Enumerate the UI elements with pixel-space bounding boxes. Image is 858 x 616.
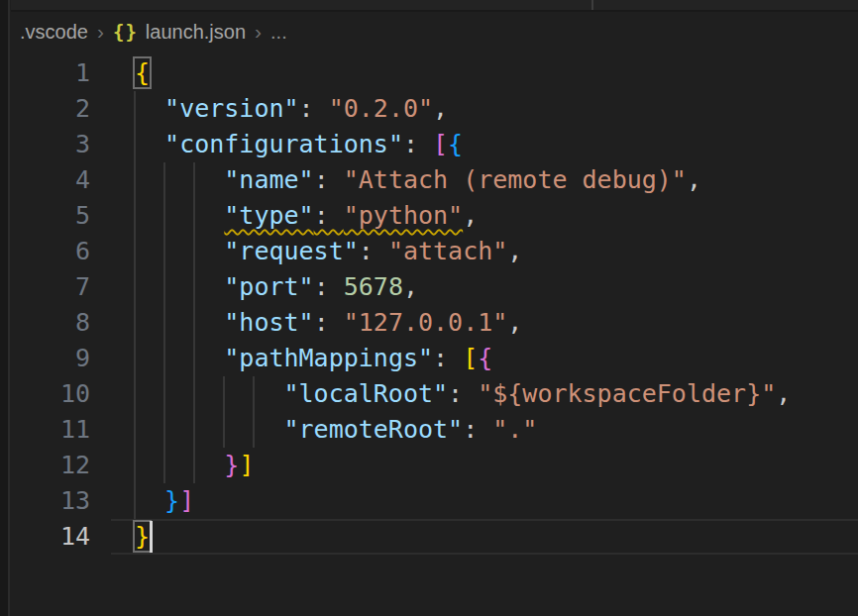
- indent-guide: [134, 376, 136, 412]
- tab-partial-active[interactable]: [11, 0, 593, 10]
- indent-guide: [163, 234, 165, 269]
- indent-guide: [193, 412, 195, 448]
- code-token: "localRoot": [284, 379, 449, 408]
- code-line[interactable]: 3 "configurations": [{: [11, 127, 858, 162]
- code-line-content[interactable]: "host": "127.0.0.1",: [111, 305, 858, 341]
- code-line-content[interactable]: "remoteRoot": ".": [111, 412, 858, 448]
- line-number[interactable]: 2: [11, 91, 111, 127]
- code-line-content[interactable]: "request": "attach",: [111, 234, 858, 269]
- line-number[interactable]: 6: [11, 234, 111, 269]
- line-number[interactable]: 13: [11, 483, 111, 519]
- code-line[interactable]: 13 }]: [11, 483, 858, 519]
- line-number[interactable]: 1: [11, 55, 111, 91]
- window-left-edge: [0, 0, 10, 616]
- code-line[interactable]: 4 "name": "Attach (remote debug)",: [11, 162, 858, 198]
- breadcrumb-item-symbol[interactable]: ...: [270, 21, 287, 44]
- indent-guide: [134, 91, 136, 127]
- code-line-content[interactable]: }: [111, 519, 858, 555]
- breadcrumb-item-folder[interactable]: .vscode: [20, 21, 88, 44]
- code-line-content[interactable]: "localRoot": "${workspaceFolder}",: [111, 376, 858, 412]
- indent-guide: [253, 412, 255, 448]
- indent-guide: [134, 234, 136, 269]
- code-line-content[interactable]: "pathMappings": [{: [111, 341, 858, 376]
- code-token: :: [314, 165, 344, 194]
- code-editor[interactable]: 1{2 "version": "0.2.0",3 "configurations…: [11, 51, 858, 555]
- code-line[interactable]: 12 }]: [11, 448, 858, 483]
- line-number[interactable]: 5: [11, 198, 111, 234]
- indent-guide: [163, 269, 165, 305]
- code-token: "0.2.0": [329, 94, 433, 123]
- code-line-content[interactable]: {: [111, 55, 858, 91]
- code-token: :: [433, 344, 463, 372]
- code-token: }: [135, 522, 150, 551]
- code-token: }: [164, 486, 179, 515]
- code-line[interactable]: 6 "request": "attach",: [11, 234, 858, 269]
- line-number[interactable]: 8: [11, 305, 111, 341]
- code-line-content[interactable]: }]: [111, 483, 858, 519]
- line-number[interactable]: 9: [11, 341, 111, 376]
- line-number[interactable]: 4: [11, 162, 111, 198]
- code-line[interactable]: 8 "host": "127.0.0.1",: [11, 305, 858, 341]
- indent-guide: [193, 234, 195, 269]
- code-line-content[interactable]: "port": 5678,: [111, 269, 858, 305]
- code-line-content[interactable]: "configurations": [{: [111, 127, 858, 162]
- line-number[interactable]: 7: [11, 269, 111, 305]
- code-line[interactable]: 11 "remoteRoot": ".": [11, 412, 858, 448]
- code-token: {: [448, 130, 463, 158]
- code-token: :: [448, 379, 478, 408]
- code-token: ,: [776, 379, 791, 408]
- line-number[interactable]: 3: [11, 127, 111, 162]
- code-token: :: [403, 130, 433, 158]
- code-token: ]: [239, 451, 254, 479]
- indent-guide: [134, 198, 136, 234]
- code-line[interactable]: 5 "type": "python",: [11, 198, 858, 234]
- indent-guide: [163, 412, 165, 448]
- line-number[interactable]: 14: [11, 519, 111, 555]
- code-line[interactable]: 14}: [11, 519, 858, 555]
- breadcrumb-item-file[interactable]: launch.json: [146, 21, 246, 44]
- code-line[interactable]: 2 "version": "0.2.0",: [11, 91, 858, 127]
- indent-guide: [223, 376, 225, 412]
- line-number[interactable]: 10: [11, 376, 111, 412]
- code-line-content[interactable]: }]: [111, 448, 858, 483]
- code-line-content[interactable]: "name": "Attach (remote debug)",: [111, 162, 858, 198]
- indent-guide: [193, 198, 195, 234]
- code-token: {: [478, 344, 492, 372]
- code-line-content[interactable]: "type": "python",: [111, 198, 858, 234]
- chevron-right-icon: ›: [88, 20, 113, 44]
- code-token: "version": [164, 94, 298, 123]
- editor-group: .vscode › {} launch.json › ... 1{2 "vers…: [11, 0, 858, 555]
- code-token: ".": [492, 415, 537, 444]
- line-number[interactable]: 11: [11, 412, 111, 448]
- code-line[interactable]: 7 "port": 5678,: [11, 269, 858, 305]
- tab-bar: [11, 0, 858, 12]
- code-line[interactable]: 9 "pathMappings": [{: [11, 341, 858, 376]
- code-token: ,: [433, 94, 448, 123]
- code-token: "pathMappings": [224, 344, 433, 372]
- line-number[interactable]: 12: [11, 448, 111, 483]
- code-token: ,: [507, 237, 522, 265]
- code-token: "python": [344, 201, 463, 230]
- code-token: }: [224, 451, 239, 479]
- indent-guide: [163, 305, 165, 341]
- code-token: ,: [403, 272, 418, 301]
- code-token: :: [463, 415, 492, 444]
- code-token: "${workspaceFolder}": [478, 379, 776, 408]
- code-token: "host": [224, 308, 313, 337]
- code-token: "Attach (remote debug)": [344, 165, 687, 194]
- code-token: :: [299, 94, 329, 123]
- code-line-content[interactable]: "version": "0.2.0",: [111, 91, 858, 127]
- code-token: [: [433, 130, 448, 158]
- code-token: [: [463, 344, 478, 372]
- code-area: 1{2 "version": "0.2.0",3 "configurations…: [11, 55, 858, 555]
- code-line[interactable]: 10 "localRoot": "${workspaceFolder}",: [11, 376, 858, 412]
- code-token: "remoteRoot": [284, 415, 464, 444]
- indent-guide: [163, 198, 165, 234]
- indent-guide: [193, 376, 195, 412]
- code-token: {: [135, 58, 150, 87]
- indent-guide: [134, 269, 136, 305]
- tab-partial-next[interactable]: [593, 0, 858, 10]
- code-line[interactable]: 1{: [11, 55, 858, 91]
- indent-guide: [134, 412, 136, 448]
- code-token: :: [314, 201, 344, 230]
